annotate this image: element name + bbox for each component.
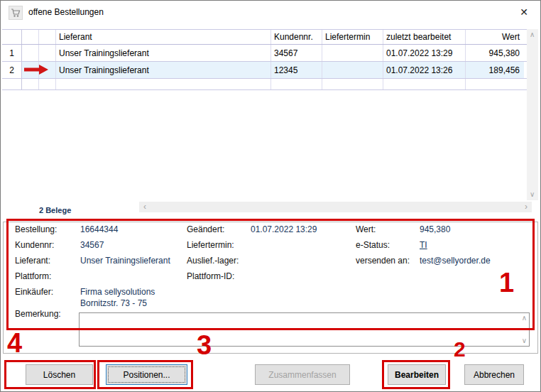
zusammenfassen-button: Zusammenfassen: [255, 364, 350, 385]
cell-bearbeitet: [383, 79, 466, 89]
label-bemerkung: Bemerkung:: [15, 309, 61, 319]
label-liefertermin: Liefertermin:: [187, 240, 234, 250]
value-kundennr: 34567: [80, 240, 104, 250]
header-lieferant[interactable]: Lieferant: [56, 30, 271, 44]
label-versenden-an: versenden an:: [356, 256, 410, 266]
e-status-link[interactable]: TI: [420, 240, 427, 250]
cell-kundennr: 12345: [271, 62, 322, 78]
scroll-down-icon[interactable]: ∨: [530, 191, 535, 198]
flag-cell: [39, 62, 56, 78]
cell-bearbeitet: 01.07.2022 13:26: [383, 62, 466, 78]
value-einkaeufer-line1: Firma sellysolutions: [80, 287, 155, 297]
label-lieferant: Lieferant:: [15, 256, 50, 266]
cell-lieferant: [56, 79, 271, 89]
flag-cell: [39, 79, 56, 89]
marker-cell: [22, 45, 39, 61]
value-bestellung: 16644344: [80, 224, 118, 234]
scroll-left-icon[interactable]: ‹: [143, 203, 146, 210]
bemerkung-textarea[interactable]: ∧ ∨: [79, 312, 530, 347]
header-wert[interactable]: Wert: [466, 30, 524, 44]
memo-scroll-up-icon[interactable]: ∧: [522, 315, 527, 322]
cell-kundennr: [271, 79, 322, 89]
label-wert: Wert:: [356, 224, 376, 234]
table-row-selected[interactable]: 2 Unser Trainingslieferant 12345 01.07.2…: [2, 62, 527, 79]
table-header-row: Lieferant Kundennr. Liefertermin zuletzt…: [2, 30, 527, 45]
title-bar: offene Bestellungen ✕: [1, 1, 540, 24]
scroll-up-icon[interactable]: ∧: [530, 31, 535, 38]
header-liefertermin[interactable]: Liefertermin: [322, 30, 383, 44]
table-vertical-scrollbar[interactable]: ∧ ∨: [527, 29, 538, 200]
shopping-cart-icon: [9, 6, 23, 20]
label-einkaeufer: Einkäufer:: [15, 287, 53, 297]
label-geaendert: Geändert:: [187, 224, 224, 234]
cell-liefertermin: [322, 79, 383, 89]
marker-cell: [22, 62, 39, 78]
label-kundennr: Kundennr:: [15, 240, 54, 250]
cell-lieferant: Unser Trainingslieferant: [56, 45, 271, 61]
cell-wert: 189,456: [466, 62, 524, 78]
value-geaendert: 01.07.2022 13:29: [251, 224, 317, 234]
row-number: 2: [2, 62, 22, 78]
table-horizontal-scrollbar[interactable]: ‹ ›: [139, 202, 532, 212]
value-einkaeufer-line2: Bornitzstr. 73 - 75: [80, 298, 147, 308]
header-marker-col: [22, 30, 39, 44]
row-number: 1: [2, 45, 22, 61]
row-number: [2, 79, 22, 89]
cell-lieferant: Unser Trainingslieferant: [56, 62, 271, 78]
label-auslief-lager: Auslief.-lager:: [187, 256, 239, 266]
cell-wert: 945,380: [466, 45, 524, 61]
value-wert: 945,380: [420, 224, 450, 234]
window-title: offene Bestellungen: [28, 7, 104, 17]
value-lieferant: Unser Trainingslieferant: [80, 256, 170, 266]
bearbeiten-button[interactable]: Bearbeiten: [388, 364, 446, 385]
orders-table: Lieferant Kundennr. Liefertermin zuletzt…: [2, 29, 527, 90]
memo-scroll-down-icon[interactable]: ∨: [522, 337, 527, 344]
marker-cell: [22, 79, 39, 89]
loeschen-button[interactable]: Löschen: [26, 364, 93, 385]
header-kundennr[interactable]: Kundennr.: [271, 30, 322, 44]
cell-kundennr: 34567: [271, 45, 322, 61]
label-e-status: e-Status:: [356, 240, 390, 250]
positionen-button[interactable]: Positionen...: [106, 364, 187, 385]
cell-liefertermin: [322, 45, 383, 61]
cell-wert: [466, 79, 524, 89]
offene-bestellungen-dialog: offene Bestellungen ✕ Lieferant Kundennr…: [0, 0, 541, 392]
label-plattform: Plattform:: [15, 271, 51, 281]
close-icon[interactable]: ✕: [513, 4, 535, 21]
table-row-empty: [2, 79, 527, 90]
header-zuletzt-bearbeitet[interactable]: zuletzt bearbeitet: [383, 30, 466, 44]
table-row[interactable]: 1 Unser Trainingslieferant 34567 01.07.2…: [2, 45, 527, 62]
label-plattform-id: Plattform-ID:: [187, 271, 234, 281]
label-bestellung: Bestellung:: [15, 224, 57, 234]
header-gutter: [2, 30, 22, 44]
header-flag-col: [39, 30, 56, 44]
record-count: 2 Belege: [39, 206, 71, 214]
cell-bearbeitet: 01.07.2022 13:29: [383, 45, 466, 61]
abbrechen-button[interactable]: Abbrechen: [464, 364, 524, 385]
cell-liefertermin: [322, 62, 383, 78]
scroll-right-icon[interactable]: ›: [525, 203, 528, 210]
flag-cell: [39, 45, 56, 61]
value-versenden-an: test@sellyorder.de: [420, 256, 491, 266]
